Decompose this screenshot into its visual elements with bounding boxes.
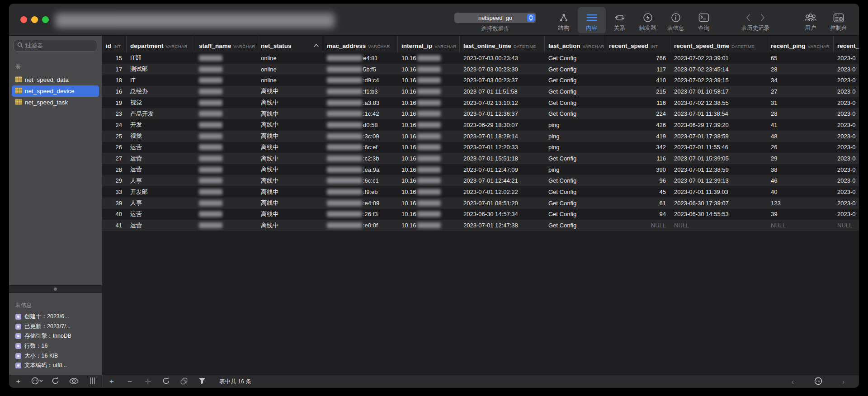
toolbar-item-query[interactable]: 查询	[690, 7, 718, 33]
cell-recent-next[interactable]: 2023-0	[834, 186, 859, 198]
cell-recent-speed-time[interactable]: 2023-07-02 23:39:15	[670, 75, 767, 86]
cell-recent-next[interactable]: 2023-0	[834, 108, 859, 119]
cell-department[interactable]: 人事	[127, 175, 195, 187]
cell-recent-speed-time[interactable]: 2023-07-02 12:38:55	[670, 97, 767, 108]
column-header-recent_[interactable]: recent_	[834, 36, 859, 52]
cell-department[interactable]: 视觉	[127, 97, 195, 108]
sidebar-item-net_speed_device[interactable]: net_speed_device	[12, 85, 99, 97]
page-options-button[interactable]	[809, 375, 827, 388]
cell-recent-next[interactable]: NULL	[834, 220, 859, 231]
cell-department[interactable]: 人事	[127, 198, 195, 209]
sidebar-item-net_speed_task[interactable]: net_speed_task	[12, 97, 99, 108]
cell-mac-address[interactable]: d0:58	[323, 119, 398, 131]
cell-mac-address[interactable]: :26:f3	[323, 209, 398, 220]
cell-last-online-time[interactable]: 2023-07-01 12:20:33	[460, 142, 545, 153]
add-row-button[interactable]: +	[103, 375, 121, 388]
cell-last-action[interactable]: ping	[545, 164, 605, 175]
remove-row-button[interactable]: −	[121, 375, 139, 388]
toolbar-item-content[interactable]: 内容	[578, 7, 606, 33]
toolbar-item-table-info[interactable]: 表信息	[662, 7, 690, 33]
cell-staff-name[interactable]	[195, 108, 257, 119]
cell-mac-address[interactable]: :1c:42	[323, 108, 398, 119]
column-header-recent_speed_time[interactable]: recent_speed_timeDATETIME	[670, 36, 767, 52]
toolbar-item-triggers[interactable]: 触发器	[634, 7, 662, 33]
cell-internal-ip[interactable]: 10.16	[398, 142, 460, 153]
cell-recent-speed-time[interactable]: NULL	[670, 220, 767, 231]
cell-staff-name[interactable]	[195, 64, 257, 75]
table-row[interactable]: 24开发离线中d0:5810.162023-06-29 18:30:07ping…	[102, 119, 859, 131]
cell-internal-ip[interactable]: 10.16	[398, 64, 460, 75]
cell-id[interactable]: 23	[102, 108, 127, 119]
toolbar-item-structure[interactable]: 结构	[550, 7, 578, 33]
cell-mac-address[interactable]: :f1:b3	[323, 86, 398, 97]
cell-net-status[interactable]: 离线中	[257, 186, 323, 198]
cell-last-action[interactable]: Get Config	[545, 75, 605, 86]
table-row[interactable]: 25视觉离线中:3c:0910.162023-07-01 18:29:14pin…	[102, 131, 859, 142]
cell-net-status[interactable]: 离线中	[257, 153, 323, 164]
cell-id[interactable]: 39	[102, 198, 127, 209]
cell-department[interactable]: 视觉	[127, 131, 195, 142]
cell-id[interactable]: 25	[102, 131, 127, 142]
column-header-internal_ip[interactable]: internal_ipVARCHAR	[398, 36, 460, 52]
cell-recent-speed[interactable]: NULL	[605, 220, 670, 231]
cell-recent-ping[interactable]: 28	[767, 64, 834, 75]
cell-recent-ping[interactable]: 27	[767, 86, 834, 97]
table-row[interactable]: 39人事离线中:e4:0910.162023-07-01 08:51:20Get…	[102, 198, 859, 209]
chevron-right-button[interactable]: ›	[834, 375, 853, 388]
filter-rows-button[interactable]	[193, 375, 211, 388]
cell-last-action[interactable]: Get Config	[545, 86, 605, 97]
cell-staff-name[interactable]	[195, 97, 257, 108]
cell-recent-ping[interactable]: 34	[767, 75, 834, 86]
cell-staff-name[interactable]	[195, 164, 257, 175]
cell-last-online-time[interactable]: 2023-07-01 08:51:20	[460, 198, 545, 209]
refresh-rows-button[interactable]	[157, 375, 175, 388]
cell-mac-address[interactable]: :f9:eb	[323, 186, 398, 198]
cell-id[interactable]: 18	[102, 75, 127, 86]
cell-last-action[interactable]: Get Config	[545, 153, 605, 164]
cell-net-status[interactable]: 离线中	[257, 175, 323, 187]
cell-staff-name[interactable]	[195, 75, 257, 86]
cell-staff-name[interactable]	[195, 142, 257, 153]
cell-mac-address[interactable]: :e0:0f	[323, 220, 398, 231]
cell-recent-ping[interactable]: 40	[767, 186, 834, 198]
cell-recent-speed-time[interactable]: 2023-07-01 15:39:05	[670, 153, 767, 164]
cell-recent-speed-time[interactable]: 2023-07-01 11:55:46	[670, 142, 767, 153]
cell-last-online-time[interactable]: 2023-07-02 13:10:12	[460, 97, 545, 108]
cell-recent-speed-time[interactable]: 2023-07-01 11:38:54	[670, 108, 767, 119]
cell-net-status[interactable]: online	[257, 52, 323, 64]
cell-mac-address[interactable]: e4:81	[323, 52, 398, 64]
table-row[interactable]: 33开发部离线中:f9:eb10.162023-07-01 12:02:22Ge…	[102, 186, 859, 198]
cell-recent-next[interactable]: 2023-0	[834, 119, 859, 131]
sidebar-splitter[interactable]	[9, 285, 102, 293]
cell-net-status[interactable]: online	[257, 75, 323, 86]
cell-last-action[interactable]: Get Config	[545, 209, 605, 220]
cell-recent-speed-time[interactable]: 2023-06-29 17:39:20	[670, 119, 767, 131]
cell-recent-speed-time[interactable]: 2023-07-02 23:39:01	[670, 52, 767, 64]
database-selector[interactable]: netspeed_go	[454, 13, 536, 23]
cell-recent-ping[interactable]: NULL	[767, 220, 834, 231]
cell-internal-ip[interactable]: 10.16	[398, 186, 460, 198]
cell-last-action[interactable]: Get Config	[545, 198, 605, 209]
cell-recent-next[interactable]: 2023-0	[834, 97, 859, 108]
cell-department[interactable]: IT	[127, 75, 195, 86]
cell-recent-ping[interactable]: 41	[767, 119, 834, 131]
cell-staff-name[interactable]	[195, 198, 257, 209]
cell-recent-speed[interactable]: 116	[605, 153, 670, 164]
cell-last-action[interactable]: Get Config	[545, 64, 605, 75]
cell-recent-speed-time[interactable]: 2023-07-01 17:38:59	[670, 131, 767, 142]
cell-staff-name[interactable]	[195, 220, 257, 231]
filter-input[interactable]: 过滤器	[14, 40, 97, 52]
cell-last-action[interactable]: Get Config	[545, 220, 605, 231]
cell-department[interactable]: 运营	[127, 142, 195, 153]
cell-recent-ping[interactable]: 38	[767, 164, 834, 175]
cell-last-online-time[interactable]: 2023-07-01 12:47:09	[460, 164, 545, 175]
cell-internal-ip[interactable]: 10.16	[398, 153, 460, 164]
table-row[interactable]: 26运营离线中:6c:ef10.162023-07-01 12:20:33pin…	[102, 142, 859, 153]
cell-staff-name[interactable]	[195, 86, 257, 97]
cell-net-status[interactable]: 离线中	[257, 220, 323, 231]
cell-department[interactable]: 总经办	[127, 86, 195, 97]
cell-internal-ip[interactable]: 10.16	[398, 86, 460, 97]
cell-last-action[interactable]: ping	[545, 142, 605, 153]
cell-recent-speed[interactable]: 215	[605, 86, 670, 97]
copy-rows-button[interactable]	[175, 375, 193, 388]
